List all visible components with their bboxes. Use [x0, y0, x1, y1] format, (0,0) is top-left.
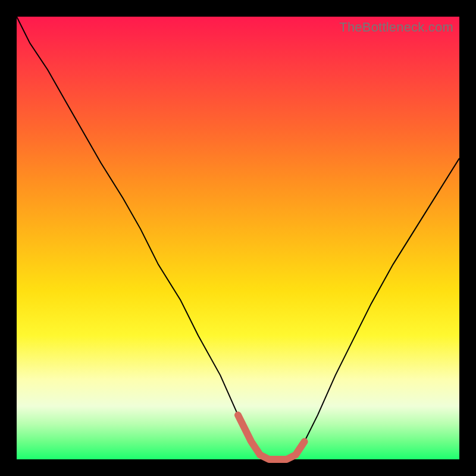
- chart-plot-area: TheBottleneck.com: [17, 17, 459, 459]
- chart-svg: [17, 17, 459, 459]
- bottleneck-curve: [17, 17, 459, 459]
- chart-frame: TheBottleneck.com: [0, 0, 476, 476]
- bottleneck-highlight: [238, 415, 305, 459]
